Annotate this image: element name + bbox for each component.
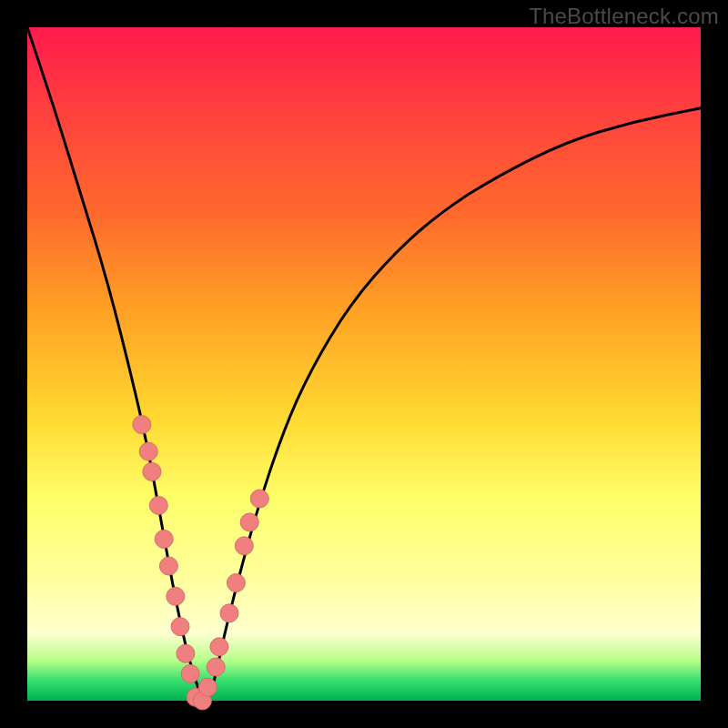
highlight-dot bbox=[220, 604, 238, 622]
plot-area bbox=[27, 27, 701, 701]
highlight-dot bbox=[143, 462, 161, 480]
highlight-dot bbox=[149, 496, 167, 514]
chart-frame: TheBottleneck.com bbox=[0, 0, 728, 728]
highlight-dots bbox=[133, 416, 268, 710]
highlight-dot bbox=[171, 618, 189, 636]
highlight-dot bbox=[139, 442, 157, 460]
highlight-dot bbox=[207, 658, 225, 676]
highlight-dot bbox=[210, 638, 228, 656]
highlight-dot bbox=[133, 416, 151, 434]
highlight-dot bbox=[167, 587, 185, 605]
bottleneck-curve bbox=[27, 27, 701, 701]
highlight-dot bbox=[155, 530, 173, 548]
highlight-dot bbox=[198, 678, 217, 696]
highlight-dot bbox=[177, 644, 195, 662]
highlight-dot bbox=[250, 490, 268, 508]
curve-line bbox=[27, 27, 701, 701]
highlight-dot bbox=[240, 513, 258, 531]
highlight-dot bbox=[227, 574, 245, 592]
chart-svg bbox=[27, 27, 701, 701]
watermark-text: TheBottleneck.com bbox=[529, 4, 719, 29]
highlight-dot bbox=[235, 537, 253, 555]
highlight-dot bbox=[181, 664, 199, 682]
highlight-dot bbox=[159, 557, 177, 575]
